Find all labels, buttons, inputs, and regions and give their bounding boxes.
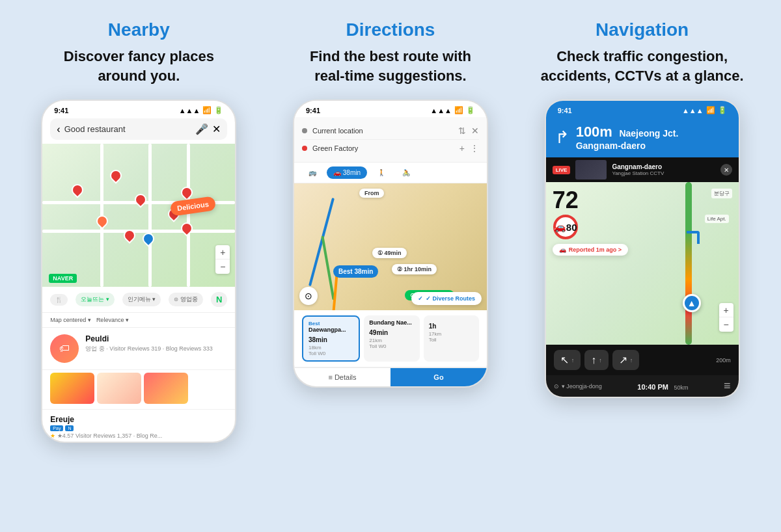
search-input[interactable]: Good restaurant [64,124,192,134]
zoom-out[interactable]: − [215,259,230,274]
zoom-controls[interactable]: + − [215,245,230,274]
car-tab[interactable]: 🚗 38min [327,166,367,179]
nav-turn-left-btn[interactable]: ↖ ↑ [554,350,581,370]
naver-icon[interactable]: N [211,292,227,307]
restaurant-meta-2: Visitor Reviews 1,357 · Blog Re... [75,432,162,439]
best-label: Best [308,321,353,326]
fork-icon[interactable]: 🍴 [50,294,68,306]
route-option-3[interactable]: 1h 17km Toll [424,315,479,362]
cctv-name: Gangnam-daero [612,163,715,170]
zoom-in[interactable]: + [215,245,230,259]
route-option-best[interactable]: Best Daewangpa... 38min 18km Toll W0 [302,315,360,362]
restaurant-name-1: Peuldi [85,334,227,343]
directions-map[interactable]: From ⊙ Destination Best 38min ① 49min ② … [294,183,487,310]
diverse-routes-btn[interactable]: ✓ ✓ Diverse Routes [411,292,482,305]
walk-tab[interactable]: 🚶 [371,166,392,179]
nav-zoom-in[interactable]: + [719,303,733,317]
speed-limit-value: 80 [566,222,577,233]
time-3: 9:41 [558,107,572,114]
map-label-2: Life Apt. [705,215,729,223]
category-toolbar: 🍴 오늘뜨는 ▾ 인기메뉴 ▾ ⊙ 영업중 N [42,287,235,313]
nearby-phone: 9:41 ▲▲▲ 📶 🔋 ‹ Good restaurant 🎤 ✕ [41,100,236,443]
restaurant-item-2[interactable]: Ereuje Pay N ★ ★4.57 Visitor Reviews 1,3… [42,409,235,442]
straight-icon: ↑ [591,354,596,366]
restaurant-badge-1: 🏷 [50,334,79,363]
nav-zoom-controls[interactable]: + − [719,303,733,332]
cctv-thumbnail [575,160,607,180]
dest-text: Green Factory [312,144,454,152]
nearby-column: Nearby Discover fancy placesaround you. … [21,20,256,443]
destination-field[interactable]: Green Factory + ⋮ [302,140,479,157]
route-options: Best Daewangpa... 38min 18km Toll W0 Bun… [294,310,487,367]
nav-action-buttons: ↖ ↑ ↑ ↑ ↗ ↑ [554,350,640,370]
navigation-phone: 9:41 ▲▲▲ 📶 🔋 ↱ 100m Naejeong Jct. Gangna… [545,100,740,398]
go-button[interactable]: Go [390,368,487,386]
turn-indicator [687,231,700,244]
directions-column: Directions Find the best route withreal-… [273,20,508,388]
cctv-sub: Yangjae Station CCTV [612,170,715,176]
nearby-title: Nearby [108,20,170,40]
restaurant-name-2: Ereuje [50,415,227,424]
relevance-filter[interactable]: Relevance ▾ [96,317,129,323]
footer-location: ⊙ ▾ Jeongja-dong [554,383,602,390]
incident-text: Reported 1m ago > [569,246,622,253]
route-time-2: 49min [369,326,414,338]
filter-bar: Map centered ▾ Relevance ▾ [42,313,235,328]
open-now[interactable]: ⊙ 영업중 [169,293,203,306]
map-label-1: 분당구 [711,189,732,198]
traffic-route-line [685,182,692,345]
route-time-1: 38min [308,333,353,345]
remaining-dist: 50km [674,384,688,391]
directions-title: Directions [346,20,435,40]
naver-badge: NAVER [49,274,77,283]
route-detail-3: 17km Toll [429,331,474,343]
menu-icon[interactable]: ≡ [724,379,731,393]
restaurant-info-1: Peuldi 영업 중 · Visitor Reviews 319 · Blog… [85,334,227,353]
route-name-2: Bundang Nae... [369,319,414,326]
location-icon: ⊙ [554,383,559,390]
nav-map[interactable]: 72 🚗 80 🚗 Reported 1m ago > ▲ [546,182,739,345]
origin-text: Current location [312,127,453,135]
navigation-title: Navigation [596,20,689,40]
status-icons-3: ▲▲▲ 📶 🔋 [682,106,727,114]
eta-time: 10:40 PM [637,383,668,391]
nav-right-btn[interactable]: ↗ ↑ [612,350,640,370]
nav-straight-btn[interactable]: ↑ ↑ [584,350,609,370]
live-badge: LIVE [553,166,571,174]
more-icon[interactable]: ⋮ [470,143,479,153]
add-stop-icon[interactable]: + [459,143,465,153]
rating-value: ★4.57 [57,432,74,439]
swap-icon[interactable]: ⇅ [458,126,466,136]
speed-limit-sign: 🚗 80 [553,215,578,239]
nearby-map[interactable]: Delicious NAVER + − [42,144,235,287]
best-eta-bubble: Best 38min [333,265,378,278]
route-option-2[interactable]: Bundang Nae... 49min 21km Toll W0 [364,315,419,362]
map-centered-filter[interactable]: Map centered ▾ [50,317,91,323]
origin-dot [302,128,307,133]
restaurant-item-1[interactable]: 🏷 Peuldi 영업 중 · Visitor Reviews 319 · Bl… [42,328,235,370]
nav-zoom-out[interactable]: − [719,317,733,332]
bus-tab[interactable]: 🚌 [302,166,323,179]
route-time-3: 1h [429,319,474,331]
nav-direction-bar: ↱ 100m Naejeong Jct. Gangnam-daero [546,117,739,157]
route-detail-2: 21km Toll W0 [369,338,414,349]
cctv-banner[interactable]: LIVE Gangnam-daero Yangjae Station CCTV … [546,157,739,182]
nav-road: Gangnam-daero [576,140,679,151]
photo-2 [97,373,141,404]
time-2: 9:41 [306,107,320,114]
today-trending[interactable]: 오늘뜨는 ▾ [75,293,115,306]
bike-tab[interactable]: 🚴 [396,166,417,179]
status-bar-1: 9:41 ▲▲▲ 📶 🔋 [42,101,235,117]
mic-icon[interactable]: 🎤 [195,123,208,135]
pay-badge: Pay [50,425,63,431]
details-button[interactable]: ≡ Details [294,368,390,386]
search-bar[interactable]: ‹ Good restaurant 🎤 ✕ [50,118,227,140]
cctv-close-btn[interactable]: ✕ [720,164,732,176]
close-icon[interactable]: ✕ [212,123,221,135]
close-route-icon[interactable]: ✕ [471,126,479,136]
incident-banner[interactable]: 🚗 Reported 1m ago > [553,244,628,256]
nav-dist-label: 200m [716,357,731,364]
popular-menu[interactable]: 인기메뉴 ▾ [122,293,161,306]
cctv-info: Gangnam-daero Yangjae Station CCTV [612,163,715,176]
origin-field[interactable]: Current location ⇅ ✕ [302,122,479,140]
